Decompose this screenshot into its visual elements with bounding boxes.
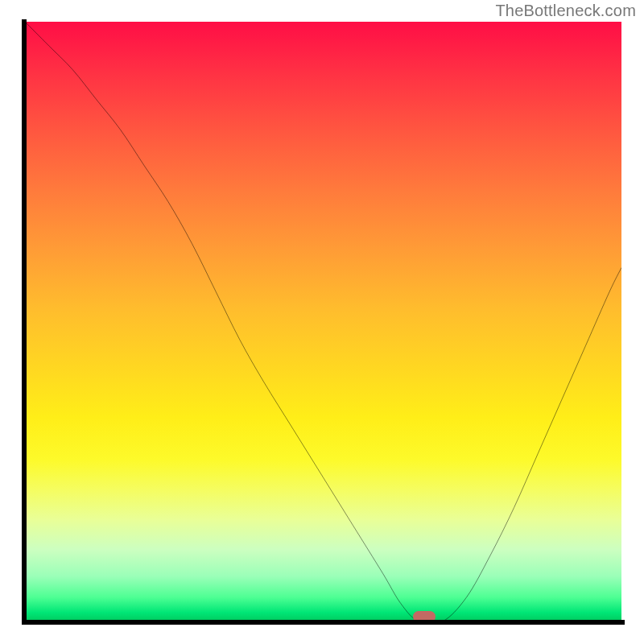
bottleneck-chart: TheBottleneck.com xyxy=(0,0,644,644)
plot-area xyxy=(25,22,621,621)
bottleneck-curve xyxy=(25,22,621,621)
optimal-marker xyxy=(413,611,436,621)
watermark-text: TheBottleneck.com xyxy=(495,2,636,20)
